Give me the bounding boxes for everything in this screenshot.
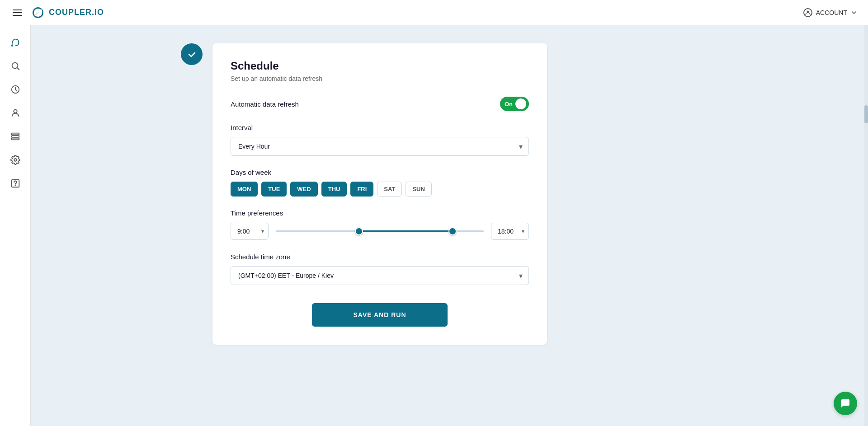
day-wed[interactable]: WED [290, 182, 317, 197]
schedule-subtitle: Set up an automatic data refresh [231, 75, 529, 82]
sidebar [0, 25, 31, 426]
days-section: Days of week MON TUE WED THU FRI SAT SUN [231, 169, 529, 197]
time-range-wrapper[interactable] [276, 222, 484, 240]
scrollbar-thumb[interactable] [864, 105, 868, 123]
day-sun[interactable]: SUN [406, 182, 431, 197]
chat-bubble-button[interactable] [834, 392, 857, 415]
topnav: COUPLER.IO ACCOUNT [0, 0, 868, 25]
time-section: Time preferences 9:00 8:00 7:00 10:00 ▾ [231, 209, 529, 240]
chat-icon [840, 398, 851, 409]
workflow-container: Schedule Set up an automatic data refres… [178, 43, 721, 345]
schedule-title: Schedule [231, 60, 529, 72]
timezone-select-wrapper: (GMT+02:00) EET - Europe / Kiev (GMT+00:… [231, 266, 529, 285]
sidebar-item-users[interactable] [5, 103, 25, 123]
hamburger-menu[interactable] [11, 8, 24, 18]
account-menu[interactable]: ACCOUNT [803, 8, 857, 17]
svg-rect-7 [11, 138, 19, 140]
time-row: 9:00 8:00 7:00 10:00 ▾ [231, 222, 529, 240]
day-thu[interactable]: THU [321, 182, 347, 197]
svg-point-4 [14, 110, 17, 113]
main-content: Schedule Set up an automatic data refres… [31, 25, 868, 426]
sidebar-item-history[interactable] [5, 80, 25, 99]
refresh-row: Automatic data refresh On [231, 97, 529, 111]
scrollbar-track [864, 25, 868, 426]
day-sat[interactable]: SAT [377, 182, 402, 197]
time-end-wrapper: 18:00 17:00 19:00 20:00 ▾ [491, 223, 529, 240]
days-label: Days of week [231, 169, 529, 176]
sidebar-item-flow[interactable] [5, 33, 25, 52]
step-indicator [178, 43, 205, 65]
timezone-label: Schedule time zone [231, 253, 529, 261]
range-fill [359, 230, 453, 232]
timezone-select[interactable]: (GMT+02:00) EET - Europe / Kiev (GMT+00:… [231, 266, 529, 285]
range-thumb-left[interactable] [355, 227, 363, 235]
account-label: ACCOUNT [816, 9, 847, 16]
svg-point-8 [14, 159, 17, 161]
svg-rect-6 [11, 136, 19, 137]
day-tue[interactable]: TUE [261, 182, 287, 197]
timezone-section: Schedule time zone (GMT+02:00) EET - Eur… [231, 253, 529, 285]
account-icon [803, 8, 812, 17]
sidebar-item-search[interactable] [5, 56, 25, 76]
day-fri[interactable]: FRI [350, 182, 373, 197]
logo[interactable]: COUPLER.IO [31, 5, 104, 20]
day-mon[interactable]: MON [231, 182, 258, 197]
time-label: Time preferences [231, 209, 529, 217]
range-track [276, 230, 484, 232]
sidebar-item-settings[interactable] [5, 150, 25, 170]
interval-select-wrapper: Every Hour Every 15 Minutes Every 30 Min… [231, 137, 529, 156]
toggle-circle [515, 98, 526, 109]
auto-refresh-toggle[interactable]: On [500, 97, 529, 111]
svg-point-1 [11, 45, 13, 47]
interval-select[interactable]: Every Hour Every 15 Minutes Every 30 Min… [231, 137, 529, 156]
logo-text: COUPLER.IO [49, 8, 104, 17]
logo-icon [31, 5, 45, 20]
svg-rect-5 [11, 133, 19, 135]
save-and-run-button[interactable]: SAVE AND RUN [312, 303, 448, 327]
step-circle-check [181, 43, 203, 65]
chevron-down-icon [851, 9, 857, 16]
sidebar-item-data[interactable] [5, 126, 25, 146]
interval-label: Interval [231, 124, 529, 131]
toggle-label: On [505, 101, 513, 108]
range-thumb-right[interactable] [448, 227, 457, 235]
time-start-wrapper: 9:00 8:00 7:00 10:00 ▾ [231, 223, 269, 240]
time-end-select[interactable]: 18:00 17:00 19:00 20:00 [491, 223, 529, 240]
refresh-label: Automatic data refresh [231, 100, 299, 108]
svg-point-10 [15, 185, 15, 186]
schedule-card: Schedule Set up an automatic data refres… [212, 43, 547, 345]
time-start-select[interactable]: 9:00 8:00 7:00 10:00 [231, 223, 269, 240]
days-row: MON TUE WED THU FRI SAT SUN [231, 182, 529, 197]
sidebar-item-help[interactable] [5, 173, 25, 193]
